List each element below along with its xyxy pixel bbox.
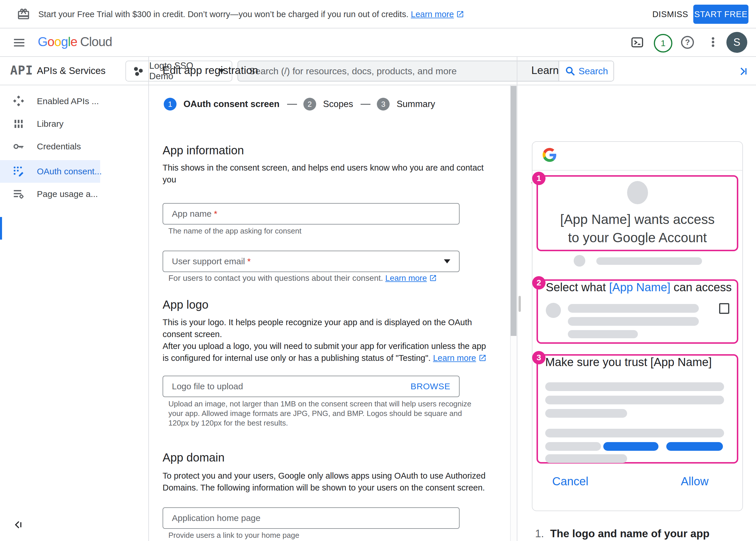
account-placeholder-circle <box>574 255 585 267</box>
logo-helper-line: your app. Allowed image formats are JPG,… <box>168 409 462 418</box>
trust-text-bar <box>545 429 724 437</box>
app-logo-learn-more-link[interactable]: Learn more <box>433 353 476 362</box>
logo-letter: G <box>38 35 47 49</box>
api-logo: API <box>10 63 33 77</box>
sidebar: API APIs & Services Enabled APIs ... Lib… <box>0 57 148 541</box>
step-label-scopes[interactable]: Scopes <box>323 99 353 109</box>
logo-letter: o <box>54 35 61 49</box>
footnote-number: 1. <box>535 528 544 540</box>
sidebar-item-enabled-apis[interactable]: Enabled APIs ... <box>0 90 100 113</box>
sidebar-item-credentials[interactable]: Credentials <box>0 135 100 158</box>
sidebar-item-label: Page usage a... <box>37 189 98 199</box>
app-logo-desc-line: This is your logo. It helps people recog… <box>163 316 472 328</box>
home-page-helper: Provide users a link to your home page <box>168 531 299 540</box>
gift-icon <box>17 8 30 22</box>
app-information-desc-line: you <box>163 174 176 186</box>
browse-button[interactable]: BROWSE <box>411 381 450 391</box>
scope-text-bar <box>568 317 699 326</box>
consent-title-line2: to your Google Account <box>537 230 738 246</box>
chevron-down-icon <box>444 259 450 264</box>
scopes-title-suffix: can access <box>670 281 732 293</box>
app-domain-desc-line: To protect you and your users, Google on… <box>163 470 485 482</box>
sidebar-item-label: OAuth consent... <box>37 167 102 176</box>
start-free-button[interactable]: START FREE <box>693 5 748 24</box>
avatar-initial: S <box>733 36 740 48</box>
external-link-icon <box>478 354 487 364</box>
trust-section-title: Make sure you trust [App Name] <box>545 356 712 369</box>
external-link-icon <box>456 11 464 20</box>
app-logo-desc-line: After you upload a logo, you will need t… <box>163 340 486 352</box>
email-learn-more-link[interactable]: Learn more <box>385 273 427 282</box>
trust-text-bar <box>545 454 627 463</box>
enabled-apis-icon <box>12 95 26 108</box>
app-domain-desc-line: Domains. The following information will … <box>163 482 485 494</box>
scopes-title-app-name: [App Name] <box>609 281 670 293</box>
scopes-section-title: Select what [App Name] can access <box>546 281 732 294</box>
required-asterisk: * <box>214 209 217 219</box>
app-information-heading: App information <box>163 144 244 157</box>
trust-link-bar <box>603 442 658 451</box>
notifications-button[interactable]: 1 <box>654 34 672 53</box>
google-cloud-console: Start your Free Trial with $300 in credi… <box>0 0 756 541</box>
external-link-icon <box>429 275 437 284</box>
scope-text-bar <box>568 304 699 313</box>
main-scrollbar-thumb[interactable] <box>511 86 516 336</box>
app-name-helper: The name of the app asking for consent <box>168 227 301 236</box>
email-label: User support email <box>172 257 245 266</box>
sidebar-title: APIs & Services <box>37 65 106 76</box>
app-name-field[interactable]: App name * <box>163 203 460 225</box>
application-home-page-field[interactable]: Application home page <box>163 507 460 529</box>
email-helper-text: For users to contact you with questions … <box>168 273 385 282</box>
app-logo-desc-text: is configured for internal use only or h… <box>163 353 433 362</box>
logo-letter: o <box>47 35 54 49</box>
page-title: Edit app registration <box>163 64 258 77</box>
page-usage-icon <box>12 188 26 201</box>
user-support-email-dropdown[interactable]: User support email * <box>163 251 460 272</box>
avatar: S <box>726 32 747 53</box>
free-trial-banner: Start your Free Trial with $300 in credi… <box>0 0 756 28</box>
step-connector <box>361 104 370 105</box>
dismiss-button[interactable]: DISMISS <box>652 10 688 19</box>
logo-file-field[interactable]: Logo file to upload BROWSE <box>163 376 460 397</box>
cloud-shell-terminal-icon[interactable] <box>631 36 644 49</box>
collapse-right-icon[interactable] <box>737 66 748 78</box>
hamburger-icon[interactable] <box>12 36 26 51</box>
sidebar-item-label: Credentials <box>37 142 81 152</box>
google-g-logo <box>543 148 557 163</box>
trust-text-bar <box>545 442 601 451</box>
cancel-button: Cancel <box>552 475 588 488</box>
account-avatar[interactable]: S <box>726 32 747 53</box>
trust-text-bar <box>545 396 724 404</box>
app-logo-heading: App logo <box>163 298 208 311</box>
logo-helper-line: Upload an image, not larger than 1MB on … <box>168 399 471 408</box>
account-placeholder-bar <box>596 257 702 265</box>
sidebar-item-oauth-consent[interactable]: OAuth consent... <box>0 160 100 183</box>
help-icon[interactable]: ? <box>680 35 695 50</box>
step-label-summary[interactable]: Summary <box>397 99 435 109</box>
notification-count: 1 <box>661 38 666 48</box>
svg-text:?: ? <box>685 38 690 47</box>
required-asterisk: * <box>247 257 251 266</box>
google-cloud-logo[interactable]: GoogleCloud <box>38 35 112 49</box>
learn-scrollbar-thumb[interactable] <box>519 296 521 312</box>
key-icon <box>12 140 26 153</box>
learn-panel-title: Learn <box>531 64 559 77</box>
trust-text-bar <box>545 409 627 418</box>
step-circle-2: 2 <box>303 98 316 111</box>
banner-text: Start your Free Trial with $300 in credi… <box>38 10 408 19</box>
step-connector <box>287 104 297 105</box>
sidebar-item-label: Enabled APIs ... <box>37 96 99 106</box>
sidebar-item-library[interactable]: Library <box>0 113 100 135</box>
sidebar-item-page-usage[interactable]: Page usage a... <box>0 183 100 206</box>
annotation-badge-2: 2 <box>532 276 546 289</box>
banner-learn-more-link[interactable]: Learn more <box>411 10 454 19</box>
vertical-dots-icon[interactable] <box>706 35 720 49</box>
stepper: 1 OAuth consent screen 2 Scopes 3 Summar… <box>164 98 435 111</box>
logo-letter: e <box>70 35 77 49</box>
email-helper: For users to contact you with questions … <box>168 273 437 284</box>
consent-title-line1: [App Name] wants access <box>537 212 738 227</box>
collapse-left-icon[interactable] <box>12 519 23 531</box>
step-label-oauth-consent-screen[interactable]: OAuth consent screen <box>183 99 280 109</box>
app-logo-desc-line: is configured for internal use only or h… <box>163 352 487 365</box>
logo-cloud-word: Cloud <box>80 35 112 49</box>
